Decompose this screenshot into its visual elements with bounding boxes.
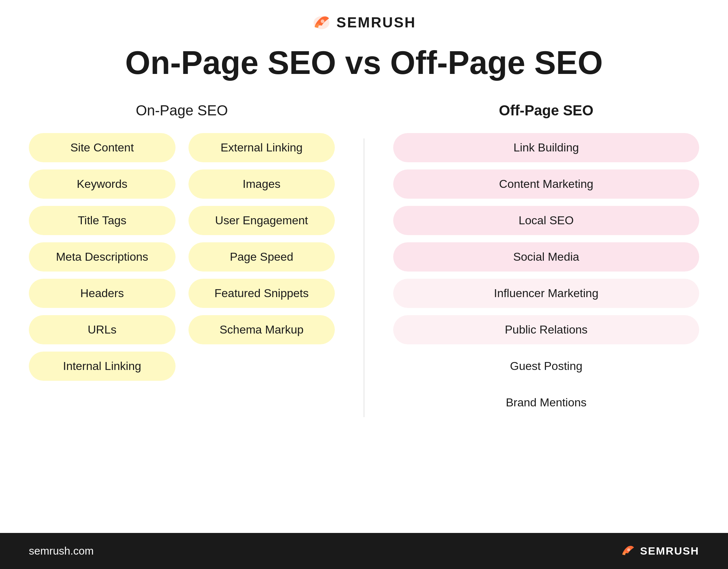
off-page-column: Off-Page SEO Link BuildingContent Market… xyxy=(393,102,699,417)
off-page-pill: Content Marketing xyxy=(393,169,699,199)
svg-point-1 xyxy=(321,19,324,23)
on-page-left-pill: Internal Linking xyxy=(29,352,176,381)
on-page-left-pill: Title Tags xyxy=(29,206,176,235)
off-page-column-title: Off-Page SEO xyxy=(499,102,593,119)
footer-logo-text: SEMRUSH xyxy=(640,545,699,557)
on-page-left-pill: Site Content xyxy=(29,133,176,162)
on-page-left-pill: Keywords xyxy=(29,169,176,199)
on-page-column: On-Page SEO Site ContentKeywordsTitle Ta… xyxy=(29,102,335,381)
on-page-items: Site ContentKeywordsTitle TagsMeta Descr… xyxy=(29,133,335,381)
on-page-right-pill: Schema Markup xyxy=(188,315,335,344)
footer-url: semrush.com xyxy=(29,545,94,557)
on-page-column-title: On-Page SEO xyxy=(136,102,228,119)
off-page-pill: Public Relations xyxy=(393,315,699,344)
page-title: On-Page SEO vs Off-Page SEO xyxy=(125,45,603,81)
off-page-pill: Link Building xyxy=(393,133,699,162)
off-page-pill: Influencer Marketing xyxy=(393,279,699,308)
column-divider xyxy=(364,138,364,417)
svg-point-2 xyxy=(627,548,630,551)
on-page-right-pill: User Engagement xyxy=(188,206,335,235)
logo-text: SEMRUSH xyxy=(336,14,416,31)
on-page-left-subcol: Site ContentKeywordsTitle TagsMeta Descr… xyxy=(29,133,176,381)
off-page-items: Link BuildingContent MarketingLocal SEOS… xyxy=(393,133,699,417)
off-page-pill: Brand Mentions xyxy=(393,388,699,417)
on-page-right-pill: Page Speed xyxy=(188,242,335,272)
footer: semrush.com SEMRUSH xyxy=(0,533,728,569)
off-page-pill: Guest Posting xyxy=(393,352,699,381)
on-page-right-subcol: External LinkingImagesUser EngagementPag… xyxy=(188,133,335,381)
on-page-left-pill: URLs xyxy=(29,315,176,344)
semrush-logo-icon xyxy=(312,15,331,31)
off-page-pill: Social Media xyxy=(393,242,699,272)
on-page-right-pill: External Linking xyxy=(188,133,335,162)
on-page-right-pill: Images xyxy=(188,169,335,199)
main-content: SEMRUSH On-Page SEO vs Off-Page SEO On-P… xyxy=(0,0,728,533)
columns-wrapper: On-Page SEO Site ContentKeywordsTitle Ta… xyxy=(29,102,699,417)
on-page-left-pill: Meta Descriptions xyxy=(29,242,176,272)
on-page-right-pill: Featured Snippets xyxy=(188,279,335,308)
footer-logo: SEMRUSH xyxy=(620,544,699,557)
on-page-left-pill: Headers xyxy=(29,279,176,308)
footer-logo-icon xyxy=(620,544,636,557)
logo-area: SEMRUSH xyxy=(312,14,416,31)
off-page-pill: Local SEO xyxy=(393,206,699,235)
